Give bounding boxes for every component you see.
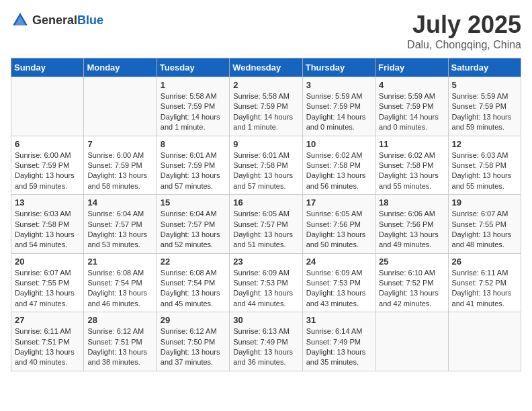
day-number: 7: [87, 139, 152, 149]
day-number: 22: [161, 257, 226, 267]
weekday-header-thursday: Thursday: [302, 58, 375, 77]
day-detail: Sunrise: 6:00 AM Sunset: 7:59 PM Dayligh…: [15, 150, 80, 192]
day-number: 16: [233, 197, 298, 208]
day-number: 27: [15, 315, 80, 325]
calendar-cell: 21Sunrise: 6:08 AM Sunset: 7:54 PM Dayli…: [84, 253, 157, 312]
day-number: 30: [233, 315, 298, 325]
calendar-cell: 30Sunrise: 6:13 AM Sunset: 7:49 PM Dayli…: [230, 312, 302, 371]
calendar-cell: 8Sunrise: 6:01 AM Sunset: 7:59 PM Daylig…: [157, 136, 229, 195]
location-title: Dalu, Chongqing, China: [407, 39, 521, 51]
day-detail: Sunrise: 6:09 AM Sunset: 7:53 PM Dayligh…: [233, 268, 298, 310]
day-detail: Sunrise: 6:00 AM Sunset: 7:59 PM Dayligh…: [87, 150, 152, 192]
day-detail: Sunrise: 5:58 AM Sunset: 7:59 PM Dayligh…: [161, 91, 226, 133]
day-detail: Sunrise: 5:59 AM Sunset: 7:59 PM Dayligh…: [306, 91, 371, 133]
day-number: 19: [452, 197, 517, 208]
day-detail: Sunrise: 6:10 AM Sunset: 7:52 PM Dayligh…: [379, 268, 444, 310]
day-number: 3: [306, 80, 371, 90]
day-detail: Sunrise: 6:02 AM Sunset: 7:58 PM Dayligh…: [379, 150, 444, 192]
calendar-cell: [448, 312, 521, 371]
calendar-cell: 28Sunrise: 6:12 AM Sunset: 7:51 PM Dayli…: [84, 312, 157, 371]
weekday-header-friday: Friday: [375, 58, 448, 77]
calendar-cell: 13Sunrise: 6:03 AM Sunset: 7:58 PM Dayli…: [11, 195, 84, 254]
day-number: 28: [87, 315, 152, 325]
calendar-cell: 23Sunrise: 6:09 AM Sunset: 7:53 PM Dayli…: [230, 253, 302, 312]
calendar-cell: [375, 312, 448, 371]
calendar-week-row: 13Sunrise: 6:03 AM Sunset: 7:58 PM Dayli…: [11, 195, 521, 254]
calendar-week-row: 27Sunrise: 6:11 AM Sunset: 7:51 PM Dayli…: [11, 312, 521, 371]
weekday-header-wednesday: Wednesday: [230, 58, 302, 77]
calendar-cell: 14Sunrise: 6:04 AM Sunset: 7:57 PM Dayli…: [84, 195, 157, 254]
calendar-cell: 16Sunrise: 6:05 AM Sunset: 7:57 PM Dayli…: [230, 195, 302, 254]
day-detail: Sunrise: 6:14 AM Sunset: 7:49 PM Dayligh…: [306, 326, 371, 368]
day-number: 20: [15, 257, 80, 267]
day-number: 2: [233, 80, 298, 90]
day-number: 24: [306, 257, 371, 267]
day-detail: Sunrise: 6:08 AM Sunset: 7:54 PM Dayligh…: [161, 268, 226, 310]
calendar-cell: 1Sunrise: 5:58 AM Sunset: 7:59 PM Daylig…: [157, 77, 229, 136]
day-number: 25: [379, 257, 444, 267]
day-number: 12: [452, 139, 517, 149]
day-number: 9: [233, 139, 298, 149]
logo-text-blue: Blue: [77, 13, 103, 27]
day-detail: Sunrise: 6:02 AM Sunset: 7:58 PM Dayligh…: [306, 150, 371, 192]
day-detail: Sunrise: 6:12 AM Sunset: 7:51 PM Dayligh…: [87, 326, 152, 368]
day-number: 6: [15, 139, 80, 149]
calendar-cell: 7Sunrise: 6:00 AM Sunset: 7:59 PM Daylig…: [84, 136, 157, 195]
day-detail: Sunrise: 6:05 AM Sunset: 7:57 PM Dayligh…: [233, 209, 298, 250]
logo-icon: [11, 11, 30, 30]
calendar-cell: 31Sunrise: 6:14 AM Sunset: 7:49 PM Dayli…: [302, 312, 375, 371]
day-detail: Sunrise: 6:04 AM Sunset: 7:57 PM Dayligh…: [87, 209, 152, 250]
calendar-table: SundayMondayTuesdayWednesdayThursdayFrid…: [11, 58, 521, 371]
day-detail: Sunrise: 6:03 AM Sunset: 7:58 PM Dayligh…: [452, 150, 517, 192]
day-number: 13: [15, 197, 80, 208]
day-detail: Sunrise: 6:01 AM Sunset: 7:59 PM Dayligh…: [161, 150, 226, 192]
day-number: 4: [379, 80, 444, 90]
weekday-header-saturday: Saturday: [448, 58, 521, 77]
day-number: 29: [161, 315, 226, 325]
page-header: GeneralBlue July 2025 Dalu, Chongqing, C…: [11, 11, 521, 51]
day-number: 26: [452, 257, 517, 267]
day-number: 5: [452, 80, 517, 90]
day-detail: Sunrise: 6:11 AM Sunset: 7:51 PM Dayligh…: [15, 326, 80, 368]
day-number: 31: [306, 315, 371, 325]
day-detail: Sunrise: 6:06 AM Sunset: 7:56 PM Dayligh…: [379, 209, 444, 250]
calendar-cell: 10Sunrise: 6:02 AM Sunset: 7:58 PM Dayli…: [302, 136, 375, 195]
calendar-week-row: 20Sunrise: 6:07 AM Sunset: 7:55 PM Dayli…: [11, 253, 521, 312]
day-detail: Sunrise: 6:11 AM Sunset: 7:52 PM Dayligh…: [452, 268, 517, 310]
day-detail: Sunrise: 5:59 AM Sunset: 7:59 PM Dayligh…: [452, 91, 517, 133]
day-number: 10: [306, 139, 371, 149]
title-area: July 2025 Dalu, Chongqing, China: [407, 11, 521, 51]
calendar-week-row: 6Sunrise: 6:00 AM Sunset: 7:59 PM Daylig…: [11, 136, 521, 195]
day-detail: Sunrise: 6:07 AM Sunset: 7:55 PM Dayligh…: [452, 209, 517, 250]
calendar-cell: 26Sunrise: 6:11 AM Sunset: 7:52 PM Dayli…: [448, 253, 521, 312]
day-detail: Sunrise: 5:58 AM Sunset: 7:59 PM Dayligh…: [233, 91, 298, 133]
day-detail: Sunrise: 6:03 AM Sunset: 7:58 PM Dayligh…: [15, 209, 80, 250]
day-detail: Sunrise: 6:05 AM Sunset: 7:56 PM Dayligh…: [306, 209, 371, 250]
day-detail: Sunrise: 6:01 AM Sunset: 7:58 PM Dayligh…: [233, 150, 298, 192]
day-detail: Sunrise: 5:59 AM Sunset: 7:59 PM Dayligh…: [379, 91, 444, 133]
day-number: 1: [161, 80, 226, 90]
calendar-cell: 22Sunrise: 6:08 AM Sunset: 7:54 PM Dayli…: [157, 253, 229, 312]
day-number: 21: [87, 257, 152, 267]
calendar-cell: 5Sunrise: 5:59 AM Sunset: 7:59 PM Daylig…: [448, 77, 521, 136]
day-number: 23: [233, 257, 298, 267]
calendar-cell: 24Sunrise: 6:09 AM Sunset: 7:53 PM Dayli…: [302, 253, 375, 312]
logo-text-general: General: [32, 13, 77, 27]
calendar-cell: 17Sunrise: 6:05 AM Sunset: 7:56 PM Dayli…: [302, 195, 375, 254]
calendar-cell: 29Sunrise: 6:12 AM Sunset: 7:50 PM Dayli…: [157, 312, 229, 371]
weekday-header-monday: Monday: [84, 58, 157, 77]
calendar-week-row: 1Sunrise: 5:58 AM Sunset: 7:59 PM Daylig…: [11, 77, 521, 136]
calendar-cell: 20Sunrise: 6:07 AM Sunset: 7:55 PM Dayli…: [11, 253, 84, 312]
day-number: 15: [161, 197, 226, 208]
weekday-header-sunday: Sunday: [11, 58, 84, 77]
calendar-cell: 4Sunrise: 5:59 AM Sunset: 7:59 PM Daylig…: [375, 77, 448, 136]
calendar-cell: 3Sunrise: 5:59 AM Sunset: 7:59 PM Daylig…: [302, 77, 375, 136]
calendar-cell: [11, 77, 84, 136]
day-number: 14: [87, 197, 152, 208]
calendar-cell: 15Sunrise: 6:04 AM Sunset: 7:57 PM Dayli…: [157, 195, 229, 254]
day-detail: Sunrise: 6:07 AM Sunset: 7:55 PM Dayligh…: [15, 268, 80, 310]
weekday-header-row: SundayMondayTuesdayWednesdayThursdayFrid…: [11, 58, 521, 77]
day-number: 18: [379, 197, 444, 208]
calendar-cell: 2Sunrise: 5:58 AM Sunset: 7:59 PM Daylig…: [230, 77, 302, 136]
day-detail: Sunrise: 6:12 AM Sunset: 7:50 PM Dayligh…: [161, 326, 226, 368]
